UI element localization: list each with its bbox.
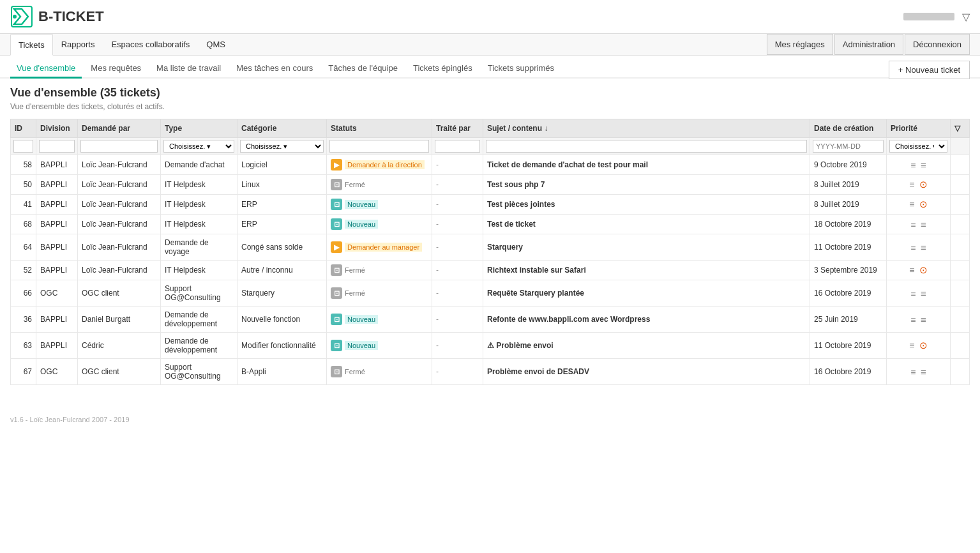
- cell-traite: -: [432, 307, 483, 333]
- subnav-tickets-epingles[interactable]: Tickets épinglés: [407, 59, 479, 79]
- priority-menu-icon[interactable]: ≡: [910, 160, 916, 170]
- priority-menu-icon[interactable]: ≡: [910, 243, 916, 253]
- cell-actions: [951, 307, 970, 333]
- cell-sujet: Test sous php 7: [483, 175, 810, 195]
- subnav-vue-ensemble[interactable]: Vue d'ensemble: [10, 59, 82, 79]
- new-ticket-button[interactable]: + Nouveau ticket: [889, 61, 970, 79]
- nav-rapports[interactable]: Rapports: [53, 34, 103, 55]
- filter-division: [36, 138, 78, 155]
- priority-menu-icon[interactable]: ≡: [909, 340, 914, 351]
- cell-traite: -: [432, 155, 483, 175]
- cell-id: 41: [11, 195, 36, 215]
- table-filter-icon[interactable]: ▽: [954, 124, 960, 133]
- subnav-mes-taches-en-cours[interactable]: Mes tâches en cours: [230, 59, 319, 79]
- table-row[interactable]: 64 BAPPLI Loïc Jean-Fulcrand Demande de …: [11, 234, 970, 261]
- priority-medium-icon: ≡: [921, 314, 926, 325]
- priority-menu-icon[interactable]: ≡: [910, 289, 916, 299]
- cell-date: 11 Octobre 2019: [810, 234, 887, 261]
- status-label: Nouveau: [345, 200, 378, 209]
- table-row[interactable]: 68 BAPPLI Loïc Jean-Fulcrand IT Helpdesk…: [11, 215, 970, 234]
- subnav-ma-liste-travail[interactable]: Ma liste de travail: [150, 59, 227, 79]
- cell-statuts: ⊡ Nouveau: [327, 307, 432, 333]
- cell-categorie: Congé sans solde: [237, 234, 327, 261]
- filter-statuts-input[interactable]: [329, 140, 429, 153]
- priority-menu-icon[interactable]: ≡: [909, 265, 914, 275]
- filter-division-input[interactable]: [39, 140, 75, 153]
- cell-date: 8 Juillet 2019: [810, 175, 887, 195]
- cell-priorite: ≡ ⊙: [887, 333, 951, 359]
- priority-menu-icon[interactable]: ≡: [909, 199, 914, 209]
- filter-categorie-select[interactable]: Choisissez. ▾: [240, 140, 324, 153]
- filter-date-input[interactable]: [813, 140, 884, 153]
- cell-sujet: Test de ticket: [483, 215, 810, 234]
- cell-actions: [951, 195, 970, 215]
- table-row[interactable]: 41 BAPPLI Loïc Jean-Fulcrand IT Helpdesk…: [11, 195, 970, 215]
- cell-demande: Daniel Burgatt: [78, 307, 161, 333]
- nav-administration[interactable]: Administration: [834, 34, 903, 55]
- status-label: Demander au manager: [345, 243, 422, 252]
- cell-date: 16 Octobre 2019: [810, 280, 887, 307]
- cell-division: BAPPLI: [36, 234, 78, 261]
- subnav-mes-requetes[interactable]: Mes requêtes: [84, 59, 147, 79]
- nav-espaces-collaboratifs[interactable]: Espaces collaboratifs: [103, 34, 198, 55]
- cell-statuts: ⊡ Nouveau: [327, 333, 432, 359]
- priority-menu-icon[interactable]: ≡: [910, 367, 916, 377]
- status-label: Nouveau: [345, 220, 378, 229]
- priority-high-icon: ⊙: [919, 199, 928, 209]
- cell-traite: -: [432, 333, 483, 359]
- cell-categorie: Modifier fonctionnalité: [237, 333, 327, 359]
- table-row[interactable]: 63 BAPPLI Cédric Demande de développemen…: [11, 333, 970, 359]
- filter-sujet-input[interactable]: [486, 140, 807, 153]
- nav-tickets[interactable]: Tickets: [10, 34, 53, 56]
- cell-type: IT Helpdesk: [161, 215, 237, 234]
- sujet-text: Test pièces jointes: [487, 200, 555, 209]
- table-row[interactable]: 67 OGC OGC client Support OG@Consulting …: [11, 359, 970, 385]
- subnav-tickets-supprimes[interactable]: Tickets supprimés: [481, 59, 561, 79]
- table-row[interactable]: 50 BAPPLI Loïc Jean-Fulcrand IT Helpdesk…: [11, 175, 970, 195]
- subnav-taches-equipe[interactable]: Tâches de l'équipe: [322, 59, 404, 79]
- cell-division: BAPPLI: [36, 307, 78, 333]
- cell-date: 8 Juillet 2019: [810, 195, 887, 215]
- priority-menu-icon[interactable]: ≡: [909, 179, 914, 190]
- table-row[interactable]: 58 BAPPLI Loïc Jean-Fulcrand Demande d'a…: [11, 155, 970, 175]
- status-icon: ⊡: [331, 366, 342, 377]
- cell-traite: -: [432, 215, 483, 234]
- cell-sujet: Starquery: [483, 234, 810, 261]
- filter-type-select[interactable]: Choisissez. ▾: [163, 140, 234, 153]
- priority-menu-icon[interactable]: ≡: [910, 220, 916, 230]
- header: B-TICKET ▽: [0, 0, 980, 34]
- cell-division: BAPPLI: [36, 195, 78, 215]
- global-filter-icon[interactable]: ▽: [962, 11, 970, 23]
- status-icon: ▶: [331, 159, 342, 170]
- filter-demande-input[interactable]: [80, 140, 158, 153]
- filter-id-input[interactable]: [13, 140, 33, 153]
- filter-demande: [78, 138, 161, 155]
- cell-priorite: ≡ ⊙: [887, 261, 951, 280]
- col-header-categorie: Catégorie: [237, 119, 327, 138]
- cell-id: 52: [11, 261, 36, 280]
- col-header-division: Division: [36, 119, 78, 138]
- status-icon: ⊡: [331, 218, 342, 230]
- cell-categorie: Linux: [237, 175, 327, 195]
- cell-sujet: Test pièces jointes: [483, 195, 810, 215]
- priority-menu-icon[interactable]: ≡: [910, 315, 916, 325]
- cell-demande: Loïc Jean-Fulcrand: [78, 175, 161, 195]
- filter-priorite-select[interactable]: Choisissez. ▾: [889, 140, 947, 153]
- cell-actions: [951, 359, 970, 385]
- cell-division: BAPPLI: [36, 175, 78, 195]
- cell-statuts: ⊡ Fermé: [327, 280, 432, 307]
- col-header-id: ID: [11, 119, 36, 138]
- nav-qms[interactable]: QMS: [198, 34, 234, 55]
- table-row[interactable]: 36 BAPPLI Daniel Burgatt Demande de déve…: [11, 307, 970, 333]
- filter-type: Choisissez. ▾: [161, 138, 237, 155]
- nav-deconnexion[interactable]: Déconnexion: [905, 34, 970, 55]
- cell-traite: -: [432, 234, 483, 261]
- table-header-row: ID Division Demandé par Type Catégorie S…: [11, 119, 970, 138]
- col-header-type: Type: [161, 119, 237, 138]
- filter-traite-input[interactable]: [435, 140, 480, 153]
- table-row[interactable]: 52 BAPPLI Loïc Jean-Fulcrand IT Helpdesk…: [11, 261, 970, 280]
- user-button[interactable]: [903, 13, 954, 20]
- table-row[interactable]: 66 OGC OGC client Support OG@Consulting …: [11, 280, 970, 307]
- cell-sujet: Refonte de www.bappli.com avec Wordpress: [483, 307, 810, 333]
- nav-mes-reglages[interactable]: Mes réglages: [767, 34, 833, 55]
